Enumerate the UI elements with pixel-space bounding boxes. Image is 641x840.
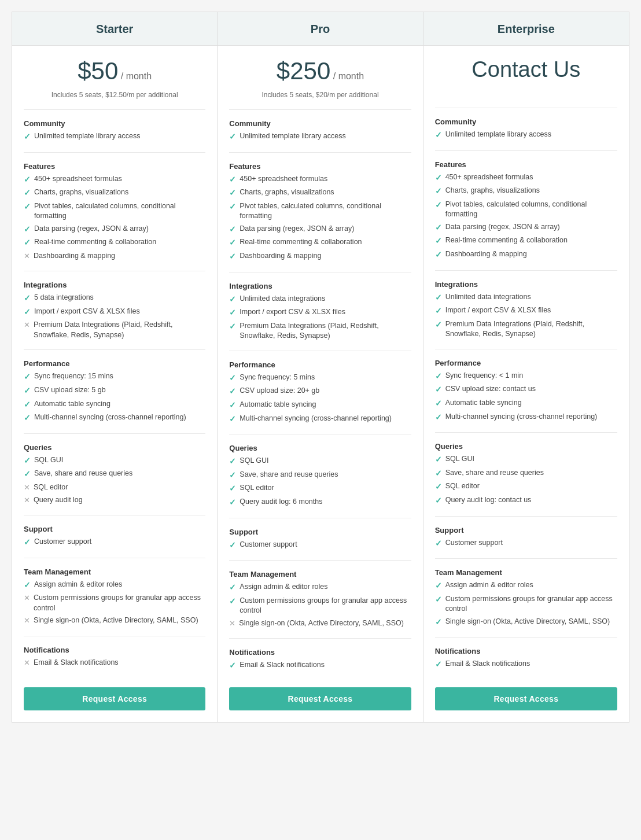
check-icon: ✓ bbox=[435, 538, 442, 550]
check-icon: ✓ bbox=[229, 596, 236, 607]
section-title-enterprise-1: Features bbox=[435, 160, 617, 169]
feature-item-enterprise-3-1: ✓CSV upload size: contact us bbox=[435, 384, 617, 396]
check-icon: ✓ bbox=[229, 321, 236, 333]
check-icon: ✓ bbox=[229, 470, 236, 481]
feature-text-enterprise-6-1: Custom permissions groups for granular a… bbox=[445, 594, 617, 614]
check-icon: ✓ bbox=[229, 400, 236, 411]
check-icon: ✓ bbox=[435, 200, 442, 211]
feature-text-pro-6-1: Custom permissions groups for granular a… bbox=[240, 596, 411, 616]
feature-text-pro-1-2: Pivot tables, calculated columns, condit… bbox=[240, 201, 411, 222]
plan-header-enterprise: Enterprise bbox=[423, 12, 629, 46]
section-title-starter-5: Support bbox=[24, 525, 205, 533]
section-title-starter-6: Team Management bbox=[24, 568, 205, 576]
feature-item-enterprise-1-2: ✓Pivot tables, calculated columns, condi… bbox=[435, 200, 617, 220]
feature-text-pro-2-1: Import / export CSV & XLSX files bbox=[240, 307, 345, 318]
feature-item-starter-1-1: ✓Charts, graphs, visualizations bbox=[24, 187, 205, 199]
feature-item-starter-1-0: ✓450+ spreadsheet formulas bbox=[24, 174, 205, 186]
section-title-pro-3: Performance bbox=[229, 360, 411, 369]
feature-item-pro-1-3: ✓Data parsing (regex, JSON & array) bbox=[229, 224, 411, 235]
feature-item-enterprise-2-2: ✓Premium Data Integrations (Plaid, Redsh… bbox=[435, 319, 617, 340]
section-starter-2: Integrations✓5 data integrations✓Import … bbox=[12, 271, 217, 345]
request-access-button-starter[interactable]: Request Access bbox=[24, 687, 205, 710]
feature-text-enterprise-1-2: Pivot tables, calculated columns, condit… bbox=[445, 200, 617, 220]
feature-text-enterprise-7-0: Email & Slack notifications bbox=[445, 659, 531, 669]
feature-text-pro-2-2: Premium Data Integrations (Plaid, Redshi… bbox=[240, 321, 411, 341]
check-icon: ✓ bbox=[24, 385, 31, 397]
feature-item-pro-4-2: ✓SQL editor bbox=[229, 483, 411, 495]
check-icon: ✓ bbox=[24, 187, 31, 199]
section-enterprise-3: Performance✓Sync frequency: < 1 min✓CSV … bbox=[423, 349, 629, 428]
check-icon: ✓ bbox=[229, 540, 236, 551]
feature-item-starter-1-5: ✕Dashboarding & mapping bbox=[24, 251, 205, 261]
feature-text-enterprise-2-2: Premium Data Integrations (Plaid, Redshi… bbox=[445, 319, 617, 340]
feature-text-starter-3-0: Sync frequency: 15 mins bbox=[34, 371, 113, 382]
check-icon: ✓ bbox=[435, 319, 442, 331]
feature-item-enterprise-5-0: ✓Customer support bbox=[435, 538, 617, 550]
check-icon: ✓ bbox=[24, 201, 31, 213]
feature-item-starter-3-3: ✓Multi-channel syncing (cross-channel re… bbox=[24, 412, 205, 424]
feature-text-enterprise-4-1: Save, share and reuse queries bbox=[445, 468, 544, 478]
feature-text-enterprise-6-0: Assign admin & editor roles bbox=[445, 580, 533, 591]
feature-item-enterprise-2-1: ✓Import / export CSV & XLSX files bbox=[435, 305, 617, 317]
check-icon: ✓ bbox=[435, 594, 442, 606]
feature-text-pro-4-0: SQL GUI bbox=[240, 456, 268, 466]
request-access-button-pro[interactable]: Request Access bbox=[229, 687, 411, 710]
feature-text-enterprise-1-1: Charts, graphs, visualizations bbox=[445, 186, 540, 196]
section-pro-6: Team Management✓Assign admin & editor ro… bbox=[218, 561, 422, 633]
feature-text-pro-0-0: Unlimited template library access bbox=[240, 131, 345, 142]
feature-item-starter-0-0: ✓Unlimited template library access bbox=[24, 131, 205, 143]
feature-item-pro-3-2: ✓Automatic table syncing bbox=[229, 400, 411, 411]
section-title-pro-4: Queries bbox=[229, 444, 411, 452]
feature-item-enterprise-6-1: ✓Custom permissions groups for granular … bbox=[435, 594, 617, 614]
check-icon: ✓ bbox=[24, 455, 31, 467]
check-icon: ✓ bbox=[435, 398, 442, 410]
check-icon: ✓ bbox=[24, 131, 31, 143]
feature-text-starter-7-0: Email & Slack notifications bbox=[34, 658, 119, 668]
feature-item-enterprise-1-5: ✓Dashboarding & mapping bbox=[435, 249, 617, 261]
request-access-button-enterprise[interactable]: Request Access bbox=[435, 687, 617, 710]
feature-text-enterprise-3-1: CSV upload size: contact us bbox=[445, 384, 536, 395]
feature-item-pro-2-1: ✓Import / export CSV & XLSX files bbox=[229, 307, 411, 319]
check-icon: ✓ bbox=[435, 384, 442, 396]
plan-column-starter: Starter$50 / monthIncludes 5 seats, $12.… bbox=[12, 12, 218, 722]
feature-item-starter-2-2: ✕Premium Data Integrations (Plaid, Redsh… bbox=[24, 320, 205, 340]
feature-text-pro-3-1: CSV upload size: 20+ gb bbox=[240, 386, 319, 396]
feature-item-pro-6-0: ✓Assign admin & editor roles bbox=[229, 582, 411, 594]
feature-text-starter-4-0: SQL GUI bbox=[34, 455, 63, 466]
check-icon: ✓ bbox=[435, 305, 442, 317]
section-starter-6: Team Management✓Assign admin & editor ro… bbox=[12, 558, 217, 631]
feature-text-pro-3-2: Automatic table syncing bbox=[240, 400, 316, 410]
section-title-starter-0: Community bbox=[24, 119, 205, 128]
feature-text-pro-6-2: Single sign-on (Okta, Active Directory, … bbox=[239, 618, 404, 629]
plan-contact-enterprise: Contact Us bbox=[423, 46, 629, 86]
feature-item-starter-6-1: ✕Custom permissions groups for granular … bbox=[24, 593, 205, 613]
feature-text-starter-6-2: Single sign-on (Okta, Active Directory, … bbox=[34, 616, 198, 626]
feature-text-enterprise-5-0: Customer support bbox=[445, 538, 503, 548]
feature-item-enterprise-3-0: ✓Sync frequency: < 1 min bbox=[435, 371, 617, 382]
check-icon: ✓ bbox=[229, 237, 236, 249]
feature-item-starter-4-2: ✕SQL editor bbox=[24, 482, 205, 493]
feature-item-starter-2-1: ✓Import / export CSV & XLSX files bbox=[24, 307, 205, 318]
x-icon: ✕ bbox=[24, 482, 30, 493]
check-icon: ✓ bbox=[229, 483, 236, 495]
check-icon: ✓ bbox=[24, 237, 31, 249]
feature-item-enterprise-0-0: ✓Unlimited template library access bbox=[435, 130, 617, 141]
feature-text-enterprise-1-0: 450+ spreadsheet formulas bbox=[445, 172, 533, 183]
section-starter-3: Performance✓Sync frequency: 15 mins✓CSV … bbox=[12, 350, 217, 428]
section-title-starter-7: Notifications bbox=[24, 646, 205, 654]
check-icon: ✓ bbox=[229, 224, 236, 235]
feature-item-pro-3-0: ✓Sync frequency: 5 mins bbox=[229, 373, 411, 384]
feature-text-pro-2-0: Unlimited data integrations bbox=[240, 294, 325, 304]
feature-text-starter-6-1: Custom permissions groups for granular a… bbox=[34, 593, 205, 613]
feature-item-enterprise-4-2: ✓SQL editor bbox=[435, 481, 617, 493]
feature-item-pro-2-2: ✓Premium Data Integrations (Plaid, Redsh… bbox=[229, 321, 411, 341]
check-icon: ✓ bbox=[435, 130, 442, 141]
section-title-pro-6: Team Management bbox=[229, 570, 411, 579]
feature-item-enterprise-1-3: ✓Data parsing (regex, JSON & array) bbox=[435, 222, 617, 234]
feature-item-starter-1-3: ✓Data parsing (regex, JSON & array) bbox=[24, 224, 205, 235]
section-enterprise-2: Integrations✓Unlimited data integrations… bbox=[423, 271, 629, 344]
feature-text-pro-6-0: Assign admin & editor roles bbox=[240, 582, 327, 592]
feature-item-starter-4-3: ✕Query audit log bbox=[24, 495, 205, 506]
section-title-starter-2: Integrations bbox=[24, 281, 205, 289]
feature-text-enterprise-6-2: Single sign-on (Okta, Active Directory, … bbox=[445, 617, 610, 627]
